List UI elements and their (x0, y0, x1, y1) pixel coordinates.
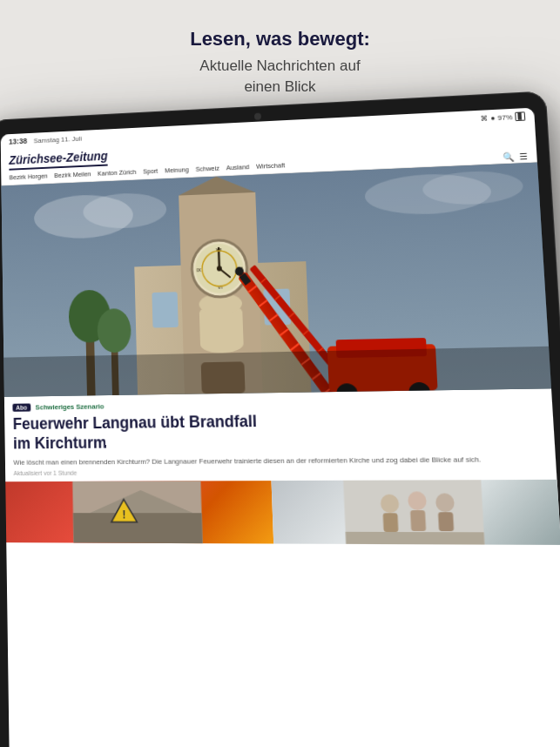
nav-item-wirtschaft[interactable]: Wirtschaft (256, 161, 286, 174)
svg-rect-63 (438, 513, 454, 532)
status-date: Samstag 11. Juli (34, 134, 82, 144)
location-icon: ● (490, 114, 496, 122)
article-title: Feuerwehr Langnau übt Brandfall im Kirch… (13, 408, 546, 454)
status-icons: ⌘ ● 97% ▊ (481, 111, 526, 123)
article-summary: Wie löscht man einen brennenden Kirchtur… (13, 454, 546, 468)
svg-rect-53 (73, 514, 203, 544)
search-icon[interactable]: 🔍 (503, 151, 514, 162)
tablet-screen: 13:38 Samstag 11. Juli ⌘ ● 97% ▊ Zürichs… (1, 108, 560, 747)
page-subtitle: Aktuelle Nachrichten auf einen Blick (70, 56, 490, 98)
thumbnail-left[interactable]: ! (5, 481, 273, 543)
svg-rect-61 (410, 510, 426, 531)
nav-item-bezirk-horgen[interactable]: Bezirk Horgen (10, 172, 48, 185)
thumbnails-row: ! (5, 480, 560, 545)
article-timestamp: Aktualisiert vor 1 Stunde (14, 468, 548, 476)
svg-text:XII: XII (215, 247, 222, 252)
svg-text:!: ! (122, 508, 125, 521)
svg-text:VI: VI (218, 284, 223, 289)
badge-abo: Abo (12, 403, 30, 411)
status-left: 13:38 Samstag 11. Juli (9, 134, 82, 146)
status-time: 13:38 (9, 137, 27, 146)
thumb-right-svg (272, 480, 560, 545)
tablet-camera (254, 113, 261, 120)
svg-rect-59 (383, 514, 399, 533)
article-category: Schwieriges Szenario (36, 402, 105, 411)
hero-image: XII III VI IX (1, 163, 551, 397)
svg-rect-21 (152, 292, 178, 327)
tablet-device: 13:38 Samstag 11. Juli ⌘ ● 97% ▊ Zürichs… (0, 87, 560, 747)
hero-svg: XII III VI IX (1, 163, 551, 397)
nav-item-kanton-zurich[interactable]: Kanton Zürich (98, 168, 137, 181)
article-area: Abo Schwieriges Szenario Feuerwehr Langn… (4, 388, 557, 481)
nav-item-ausland[interactable]: Ausland (226, 163, 249, 175)
tablet-frame: 13:38 Samstag 11. Juli ⌘ ● 97% ▊ Zürichs… (0, 91, 560, 747)
wifi-icon: ⌘ (481, 114, 489, 123)
menu-icon[interactable]: ☰ (519, 151, 528, 162)
nav-item-schweiz[interactable]: Schweiz (195, 165, 219, 177)
svg-text:IX: IX (196, 267, 201, 273)
thumb-left-svg: ! (5, 481, 273, 543)
page-title: Lesen, was bewegt: (70, 28, 490, 50)
battery-text: 97% (497, 113, 512, 122)
nav-item-meinung[interactable]: Meinung (165, 165, 189, 178)
nav-item-bezirk-meilen[interactable]: Bezirk Meilen (54, 170, 91, 183)
site-logo[interactable]: Zürichsee-Zeitung (9, 149, 108, 171)
thumbnail-right[interactable] (272, 480, 560, 545)
nav-item-sport[interactable]: Sport (143, 167, 159, 179)
battery-icon: ▊ (515, 111, 525, 121)
nav-icons: 🔍 ☰ (503, 151, 528, 163)
svg-rect-64 (346, 532, 485, 545)
